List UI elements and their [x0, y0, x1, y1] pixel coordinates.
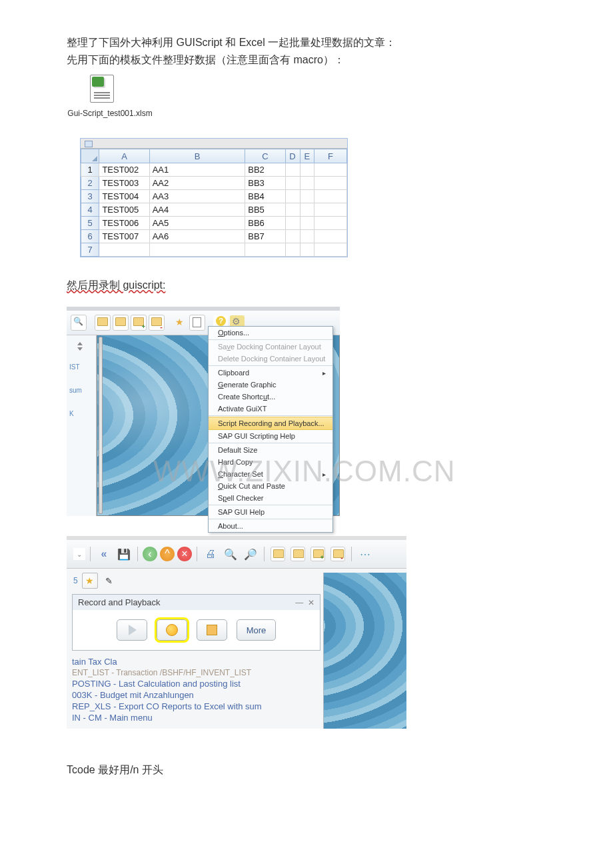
menu-item[interactable]: Default Size — [209, 444, 332, 456]
cell[interactable]: AA2 — [149, 177, 245, 190]
nav-back-icon[interactable]: ‹ — [143, 547, 157, 561]
menu-item[interactable]: Activate GuiXT — [209, 403, 332, 415]
folder-icon-1[interactable] — [95, 315, 111, 331]
cell[interactable]: TEST002 — [99, 163, 149, 177]
menu-item[interactable]: Options... — [209, 327, 332, 339]
cell[interactable]: BB7 — [245, 230, 285, 243]
cell[interactable] — [300, 177, 314, 190]
cell[interactable] — [300, 203, 314, 217]
cell[interactable]: AA5 — [149, 217, 245, 230]
cell[interactable] — [99, 243, 149, 257]
folder-icon-2[interactable] — [113, 315, 129, 331]
dialog-close-icons[interactable]: — ✕ — [295, 598, 314, 607]
cell[interactable] — [285, 163, 300, 177]
menu-item[interactable]: Script Recording and Playback... — [209, 417, 332, 430]
select-all-corner[interactable] — [81, 149, 99, 163]
col-header-c[interactable]: C — [245, 149, 285, 163]
list-item[interactable]: tain Tax Cla — [72, 656, 320, 667]
folder-nav-4[interactable] — [329, 545, 346, 563]
back-icon[interactable]: « — [95, 545, 113, 563]
row-header[interactable]: 5 — [81, 217, 99, 230]
cell[interactable]: BB4 — [245, 190, 285, 203]
col-header-e[interactable]: E — [300, 149, 314, 163]
cell[interactable] — [314, 203, 347, 217]
col-header-b[interactable]: B — [149, 149, 245, 163]
row-header[interactable]: 6 — [81, 230, 99, 243]
find-icon-2[interactable]: 🔍 — [222, 545, 239, 563]
cell[interactable] — [314, 243, 347, 257]
cell[interactable] — [285, 203, 300, 217]
cell[interactable] — [285, 217, 300, 230]
cell[interactable]: TEST004 — [99, 190, 149, 203]
cell[interactable] — [285, 230, 300, 243]
edit-icon[interactable]: ✎ — [102, 573, 117, 588]
print-icon[interactable]: 🖨 — [202, 545, 219, 563]
menu-item[interactable]: SAP GUI Scripting Help — [209, 430, 332, 442]
record-button[interactable] — [157, 619, 187, 641]
cell[interactable]: BB6 — [245, 217, 285, 230]
cell[interactable] — [300, 230, 314, 243]
file-attachment[interactable] — [90, 75, 546, 105]
sap-context-menu[interactable]: Options...Save Docking Container LayoutD… — [208, 326, 333, 533]
cell[interactable]: AA4 — [149, 203, 245, 217]
list-item[interactable]: ENT_LIST - Transaction /BSHF/HF_INVENT_L… — [72, 667, 320, 678]
folder-nav-1[interactable] — [269, 545, 287, 563]
star-icon[interactable]: ★ — [82, 573, 98, 589]
favorite-icon[interactable] — [173, 315, 187, 330]
cell[interactable] — [314, 230, 347, 243]
row-header[interactable]: 2 — [81, 177, 99, 190]
menu-item[interactable]: Character Set — [209, 468, 332, 480]
play-button[interactable] — [117, 619, 147, 641]
menu-item[interactable]: About... — [209, 520, 332, 532]
menu-item[interactable]: Quick Cut and Paste — [209, 480, 332, 492]
row-header[interactable]: 1 — [81, 163, 99, 177]
col-header-a[interactable]: A — [99, 149, 149, 163]
col-header-d[interactable]: D — [285, 149, 300, 163]
folder-nav-2[interactable] — [289, 545, 306, 563]
cell[interactable] — [285, 177, 300, 190]
find-icon[interactable] — [71, 315, 87, 331]
cell[interactable]: BB2 — [245, 163, 285, 177]
find-next-icon[interactable]: 🔎 — [242, 545, 259, 563]
row-header[interactable]: 4 — [81, 203, 99, 217]
cell[interactable] — [285, 190, 300, 203]
row-header[interactable]: 3 — [81, 190, 99, 203]
cell[interactable]: AA1 — [149, 163, 245, 177]
cell[interactable] — [314, 163, 347, 177]
folder-add-icon[interactable] — [131, 315, 147, 331]
folder-remove-icon[interactable] — [149, 315, 165, 331]
nav-up-icon[interactable]: ^ — [160, 547, 175, 561]
cell[interactable]: BB5 — [245, 203, 285, 217]
cell[interactable] — [285, 243, 300, 257]
list-item[interactable]: POSTING - Last Calculation and posting l… — [72, 678, 320, 689]
folder-nav-3[interactable] — [309, 545, 326, 563]
list-item[interactable]: IN - CM - Main menu — [72, 712, 320, 723]
row-header[interactable]: 7 — [81, 243, 99, 257]
cell[interactable] — [149, 243, 245, 257]
cell[interactable] — [300, 190, 314, 203]
menu-item[interactable]: Spell Checker — [209, 492, 332, 504]
cell[interactable] — [300, 163, 314, 177]
cell[interactable]: TEST005 — [99, 203, 149, 217]
list-item[interactable]: REP_XLS - Export CO Reports to Excel wit… — [72, 701, 320, 712]
cell[interactable]: TEST007 — [99, 230, 149, 243]
menu-item[interactable]: Create Shortcut... — [209, 391, 332, 403]
cell[interactable]: TEST003 — [99, 177, 149, 190]
col-header-f[interactable]: F — [314, 149, 347, 163]
toolbar-overflow[interactable]: ⋯ — [356, 545, 374, 563]
cell[interactable] — [314, 177, 347, 190]
cell[interactable]: TEST006 — [99, 217, 149, 230]
cell[interactable]: AA6 — [149, 230, 245, 243]
save-icon[interactable]: 💾 — [115, 545, 133, 563]
dropdown-icon[interactable]: ⌄ — [73, 548, 85, 560]
cell[interactable] — [314, 217, 347, 230]
cancel-icon[interactable]: × — [177, 547, 192, 561]
menu-item[interactable]: SAP GUI Help — [209, 506, 332, 518]
stop-button[interactable] — [197, 619, 227, 641]
cell[interactable] — [245, 243, 285, 257]
menu-item[interactable]: Hard Copy — [209, 456, 332, 468]
menu-item[interactable]: Clipboard — [209, 367, 332, 379]
menu-item[interactable]: Generate Graphic — [209, 379, 332, 391]
cell[interactable] — [300, 217, 314, 230]
cell[interactable] — [314, 190, 347, 203]
